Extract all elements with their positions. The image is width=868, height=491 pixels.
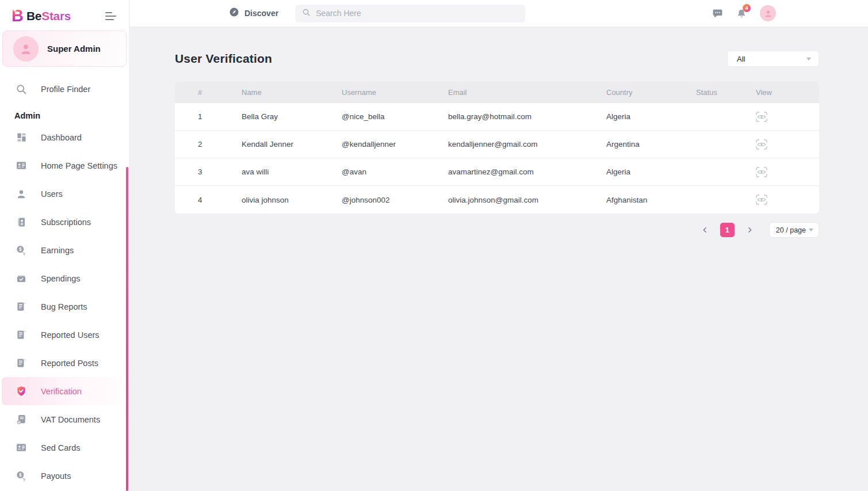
brand-logo: B✦ BeStars <box>0 0 129 25</box>
column-header-view: View <box>756 88 819 97</box>
cell-email: olivia.johnson@gmail.com <box>448 196 606 204</box>
sidebar-nav: Profile Finder Admin DashboardHome Page … <box>0 75 129 490</box>
search-bar <box>295 5 525 22</box>
sidebar-item-label: Bug Reports <box>41 302 87 311</box>
status-filter-select[interactable]: All <box>727 51 819 67</box>
brand-name: BeStars <box>26 9 71 23</box>
next-page-button[interactable] <box>744 224 755 235</box>
user-avatar-button[interactable] <box>760 5 776 21</box>
table-row: 2Kendall Jenner@kendalljennerkendalljenn… <box>175 131 819 158</box>
cell-email: bella.gray@hotmail.com <box>448 112 606 121</box>
cell-name: olivia johnson <box>242 196 342 204</box>
search-icon <box>15 83 28 95</box>
sidebar-item-label: Profile Finder <box>41 85 90 94</box>
cell-view <box>756 195 819 205</box>
cell-email: avamartinez@gmail.com <box>448 168 606 176</box>
chevron-down-icon <box>809 229 813 231</box>
avatar <box>13 36 39 62</box>
header-actions: 4 <box>712 5 776 21</box>
discover-button[interactable]: Discover <box>229 7 278 20</box>
sidebar-item-label: Verification <box>41 387 82 396</box>
coin-icon: $ <box>15 245 28 256</box>
sidebar-item-reported-posts[interactable]: Reported Posts <box>0 349 129 377</box>
report-icon <box>15 329 28 340</box>
dashboard-icon <box>15 132 28 143</box>
sidebar: B✦ BeStars Super Admin Profile Finder Ad… <box>0 0 129 491</box>
cell-username: @nice_bella <box>342 112 448 121</box>
sidebar-collapse-icon[interactable] <box>103 10 118 22</box>
status-filter-value: All <box>737 55 745 63</box>
profile-name: Super Admin <box>47 44 101 54</box>
sidebar-item-reported-users[interactable]: Reported Users <box>0 321 129 349</box>
cell-index: 4 <box>175 196 242 204</box>
sidebar-scrollbar[interactable] <box>126 167 128 491</box>
sidebar-item-subscriptions[interactable]: Subscriptions <box>0 208 129 236</box>
view-eye-icon[interactable] <box>756 139 819 150</box>
sidebar-item-dashboard[interactable]: Dashboard <box>0 123 129 151</box>
previous-page-button[interactable] <box>699 224 710 235</box>
sidebar-item-label: Users <box>41 189 63 199</box>
sidebar-item-verification[interactable]: Verification <box>2 377 124 405</box>
cell-name: Kendall Jenner <box>242 140 342 149</box>
page-number-button[interactable]: 1 <box>720 223 735 237</box>
sidebar-item-label: Spendings <box>41 274 81 283</box>
search-icon <box>302 8 311 19</box>
coin-icon: $ <box>15 470 28 482</box>
messages-button[interactable] <box>712 8 723 19</box>
sidebar-item-label: Payouts <box>41 471 71 481</box>
wallet-icon <box>15 273 28 284</box>
column-header-username: Username <box>342 88 448 97</box>
view-eye-icon[interactable] <box>756 167 819 177</box>
sidebar-item-label: Subscriptions <box>41 218 91 227</box>
cell-name: ava willi <box>242 168 342 176</box>
profile-card[interactable]: Super Admin <box>2 31 127 67</box>
notifications-button[interactable]: 4 <box>736 8 747 19</box>
sidebar-item-label: Dashboard <box>41 133 82 142</box>
top-header: Discover 4 <box>130 0 868 27</box>
table-row: 3ava willi@avanavamartinez@gmail.comAlge… <box>175 158 819 186</box>
report-icon <box>15 301 28 312</box>
sidebar-item-spendings[interactable]: Spendings <box>0 264 129 292</box>
sidebar-item-bug-reports[interactable]: Bug Reports <box>0 292 129 321</box>
cell-view <box>756 167 819 177</box>
svg-text:$: $ <box>19 471 22 477</box>
document-check-icon <box>15 414 28 425</box>
column-header-country: Country <box>606 88 696 97</box>
sidebar-item-label: Earnings <box>41 246 74 255</box>
user-icon <box>15 188 28 200</box>
star-icon: ✦ <box>13 8 17 13</box>
sidebar-item-payouts[interactable]: $Payouts <box>0 462 129 490</box>
sidebar-item-label: Reported Posts <box>41 359 98 368</box>
subscription-icon <box>15 216 28 228</box>
compass-icon <box>229 7 239 20</box>
table-row: 1Bella Gray@nice_bellabella.gray@hotmail… <box>175 103 819 131</box>
report-icon <box>15 357 28 368</box>
search-input[interactable] <box>316 9 518 18</box>
sidebar-section-admin: Admin <box>0 103 129 123</box>
view-eye-icon[interactable] <box>756 112 819 122</box>
sidebar-item-earnings[interactable]: $Earnings <box>0 236 129 264</box>
cell-country: Argentina <box>606 140 696 149</box>
cell-view <box>756 112 819 122</box>
sidebar-item-label: Home Page Settings <box>41 161 117 170</box>
cell-index: 3 <box>175 168 242 176</box>
sidebar-item-home-page-settings[interactable]: Home Page Settings <box>0 151 129 180</box>
sidebar-item-sed-cards[interactable]: Sed Cards <box>0 433 129 462</box>
column-header-status: Status <box>696 88 756 97</box>
cell-country: Algeria <box>606 112 696 121</box>
discover-label: Discover <box>244 9 278 18</box>
sidebar-item-label: Sed Cards <box>41 443 81 452</box>
page-title: User Verification <box>175 52 272 66</box>
sidebar-item-profile-finder[interactable]: Profile Finder <box>0 75 129 103</box>
cell-country: Afghanistan <box>606 196 696 204</box>
sidebar-item-vat-documents[interactable]: VAT Documents <box>0 405 129 433</box>
pagination: 1 20 / page <box>175 222 819 238</box>
view-eye-icon[interactable] <box>756 195 819 205</box>
user-verification-table: # Name Username Email Country Status Vie… <box>175 81 819 214</box>
table-row: 4olivia johnson@johnson002olivia.johnson… <box>175 186 819 214</box>
page-size-select[interactable]: 20 / page <box>769 222 819 238</box>
cell-username: @johnson002 <box>342 196 448 204</box>
cell-index: 1 <box>175 112 242 121</box>
sidebar-item-users[interactable]: Users <box>0 180 129 208</box>
cell-view <box>756 139 819 150</box>
